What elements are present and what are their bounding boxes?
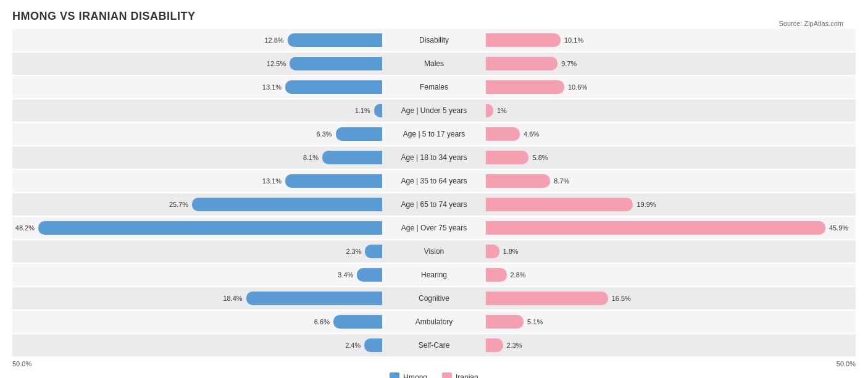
right-side: 5.1% (483, 311, 856, 333)
right-side: 2.3% (483, 334, 856, 356)
bar-row: 6.3% Age | 5 to 17 years 4.6% (12, 123, 856, 145)
row-wrapper: 8.1% Age | 18 to 34 years 5.8% (12, 146, 856, 169)
bar-row: 13.1% Females 10.6% (12, 76, 856, 98)
left-side: 3.4% (12, 264, 385, 286)
right-value: 19.9% (636, 201, 659, 208)
row-label: Hearing (385, 271, 483, 279)
left-value: 8.1% (296, 154, 319, 161)
row-label: Age | 5 to 17 years (385, 130, 483, 138)
left-side: 2.4% (12, 334, 385, 356)
legend-box-hmong (390, 372, 399, 378)
row-label: Age | 65 to 74 years (385, 200, 483, 209)
row-label: Vision (385, 247, 483, 256)
row-wrapper: 3.4% Hearing 2.8% (12, 264, 856, 286)
right-side: 5.8% (483, 146, 856, 169)
row-label: Age | Under 5 years (385, 106, 483, 115)
left-side: 1.1% (12, 99, 385, 122)
left-side: 12.5% (12, 52, 385, 75)
right-value: 1.8% (503, 248, 525, 255)
right-value: 9.7% (561, 60, 583, 67)
right-value: 5.1% (527, 318, 549, 326)
left-value: 1.1% (348, 107, 370, 114)
bar-blue (192, 198, 382, 211)
right-value: 45.9% (829, 224, 851, 232)
row-wrapper: 13.1% Age | 35 to 64 years 8.7% (12, 170, 856, 192)
bar-row: 18.4% Cognitive 16.5% (12, 287, 856, 309)
left-value: 3.4% (331, 271, 353, 279)
bar-pink (486, 57, 557, 70)
row-wrapper: 12.8% Disability 10.1% (12, 29, 856, 51)
bars-container: 12.8% Disability 10.1% 12.5% Males 9. (12, 29, 856, 356)
bar-row: 2.3% Vision 1.8% (12, 240, 856, 262)
bar-pink (486, 104, 493, 117)
left-side: 25.7% (12, 193, 385, 216)
legend: Hmong Iranian (12, 372, 856, 378)
legend-iranian: Iranian (442, 372, 478, 378)
bar-blue (285, 80, 382, 94)
row-wrapper: 6.3% Age | 5 to 17 years 4.6% (12, 123, 856, 145)
right-value: 10.6% (568, 83, 590, 91)
left-value: 6.6% (307, 318, 330, 326)
row-wrapper: 18.4% Cognitive 16.5% (12, 287, 856, 309)
left-value: 12.5% (264, 60, 286, 67)
legend-box-iranian (442, 372, 452, 378)
left-side: 6.6% (12, 311, 385, 333)
left-value: 25.7% (166, 201, 188, 208)
bar-blue (365, 245, 382, 258)
right-side: 19.9% (483, 193, 856, 216)
bar-pink (486, 80, 564, 94)
bar-pink (486, 127, 520, 141)
axis-row: 50.0% 50.0% (12, 360, 856, 368)
right-value: 1% (497, 107, 519, 114)
row-label: Age | 35 to 64 years (385, 177, 483, 185)
left-value: 2.3% (339, 248, 361, 255)
bar-pink (486, 198, 633, 211)
row-label: Self-Care (385, 341, 483, 350)
source-label: Source: ZipAtlas.com (778, 20, 843, 27)
bar-pink (486, 33, 561, 47)
axis-right: 50.0% (837, 360, 856, 368)
chart-title: HMONG VS IRANIAN DISABILITY (12, 10, 856, 23)
left-value: 13.1% (259, 83, 282, 91)
row-label: Males (385, 59, 483, 68)
row-wrapper: 48.2% Age | Over 75 years 45.9% (12, 217, 856, 239)
bar-blue (333, 315, 382, 329)
right-value: 2.3% (507, 342, 529, 349)
bar-pink (486, 221, 825, 235)
bar-row: 12.8% Disability 10.1% (12, 29, 856, 51)
bar-blue (322, 151, 382, 164)
left-side: 6.3% (12, 123, 385, 145)
bar-pink (486, 338, 503, 352)
axis-left: 50.0% (12, 360, 31, 368)
row-wrapper: 12.5% Males 9.7% (12, 52, 856, 75)
bar-blue (288, 33, 382, 47)
bar-row: 2.4% Self-Care 2.3% (12, 334, 856, 356)
left-side: 13.1% (12, 170, 385, 192)
row-wrapper: 25.7% Age | 65 to 74 years 19.9% (12, 193, 856, 216)
bar-row: 3.4% Hearing 2.8% (12, 264, 856, 286)
bar-row: 12.5% Males 9.7% (12, 52, 856, 75)
bar-blue (285, 174, 382, 188)
bar-row: 1.1% Age | Under 5 years 1% (12, 99, 856, 122)
row-label: Disability (385, 36, 483, 44)
row-wrapper: 1.1% Age | Under 5 years 1% (12, 99, 856, 122)
left-side: 48.2% (12, 217, 385, 239)
row-label: Age | Over 75 years (385, 224, 483, 232)
row-wrapper: 13.1% Females 10.6% (12, 76, 856, 98)
left-side: 13.1% (12, 76, 385, 98)
right-side: 45.9% (483, 217, 856, 239)
bar-pink (486, 292, 608, 305)
right-value: 16.5% (612, 295, 634, 302)
right-value: 4.6% (524, 130, 546, 138)
right-side: 10.1% (483, 29, 856, 51)
right-value: 8.7% (554, 177, 576, 185)
bar-row: 6.6% Ambulatory 5.1% (12, 311, 856, 333)
bar-row: 25.7% Age | 65 to 74 years 19.9% (12, 193, 856, 216)
bar-pink (486, 174, 550, 188)
bar-blue (38, 221, 382, 235)
left-value: 2.4% (338, 342, 361, 349)
right-side: 1% (483, 99, 856, 122)
left-value: 18.4% (220, 295, 243, 302)
row-wrapper: 2.4% Self-Care 2.3% (12, 334, 856, 356)
row-label: Ambulatory (385, 317, 483, 326)
